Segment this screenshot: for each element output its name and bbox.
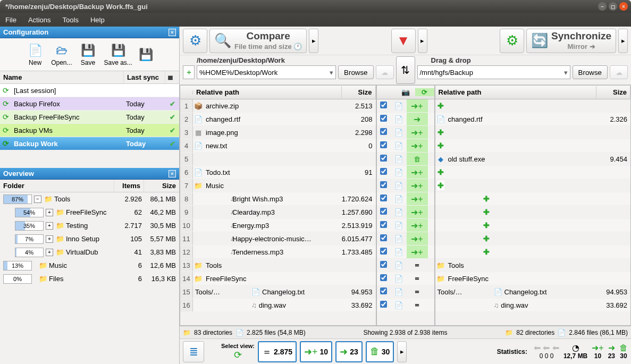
view-list-button[interactable]: ≣ <box>183 341 204 362</box>
left-cloud-button[interactable]: ☁ <box>376 65 394 79</box>
col-items[interactable]: Items <box>114 180 144 192</box>
action-cell[interactable]: ＝ <box>407 259 428 272</box>
open-button[interactable]: 🗁 Open... <box>48 42 75 67</box>
grid-row[interactable]: 8 ♫Bright Wish.mp3 1.720.624 <box>180 192 376 206</box>
grid-row[interactable]: ♫ding.wav33.692 <box>435 299 631 312</box>
filter-dropdown[interactable]: ▸ <box>418 29 427 53</box>
include-checkbox[interactable] <box>377 141 391 150</box>
grid-row[interactable]: ✚ <box>435 246 631 259</box>
include-checkbox[interactable] <box>377 287 391 296</box>
expand-icon[interactable]: + <box>46 235 53 243</box>
grid-row[interactable]: ✚ <box>435 179 631 192</box>
overview-row[interactable]: 35% + 📁 Testing 2.717 30,5 MB <box>0 219 179 232</box>
action-cell[interactable]: ➜+ <box>407 179 428 192</box>
col-status-icon[interactable]: ≣ <box>165 71 179 83</box>
right-cloud-button[interactable]: ☁ <box>610 65 628 79</box>
overview-row[interactable]: 0% 📁 Files 6 16,3 KB <box>0 272 179 285</box>
overview-row[interactable]: 4% + 📁 VirtualDub 41 3,83 MB <box>0 246 179 259</box>
grid-row-mid[interactable]: 📄 ＝ <box>377 259 434 272</box>
include-checkbox[interactable] <box>377 194 391 203</box>
grid-row[interactable]: 15 Tools/…📄Changelog.txt 94.953 <box>180 285 376 299</box>
grid-row[interactable]: 7 📁Music <box>180 179 376 192</box>
grid-row[interactable]: Tools/…📄Changelog.txt94.953 <box>435 285 631 299</box>
left-path-input[interactable]: %HOME%/Desktop/Work ▾ <box>197 65 336 79</box>
action-cell[interactable]: ➜+ <box>407 192 428 205</box>
chevron-down-icon[interactable]: ▾ <box>564 69 568 77</box>
action-cell[interactable]: ➜+ <box>407 166 428 179</box>
view-update-button[interactable]: ➜ 23 <box>335 341 363 362</box>
sync-settings-button[interactable]: ⚙ <box>500 29 524 53</box>
menu-file[interactable]: File <box>3 15 19 25</box>
compare-button[interactable]: 🔍 Compare File time and size 🕐 <box>209 29 307 53</box>
col-lastsync[interactable]: Last sync <box>124 71 165 83</box>
include-checkbox[interactable] <box>377 155 391 163</box>
overview-row[interactable]: 7% + 📁 Inno Setup 105 5,57 MB <box>0 232 179 246</box>
menu-actions[interactable]: Actions <box>26 15 53 25</box>
config-row[interactable]: ⟳ Backup FreeFileSync Today ✔ <box>0 111 179 124</box>
grid-row-mid[interactable]: 📄 ➜+ <box>377 99 434 113</box>
close-button[interactable]: × <box>619 2 628 11</box>
save-button[interactable]: 💾 Save <box>77 42 98 67</box>
compare-dropdown[interactable]: ▸ <box>309 29 318 53</box>
category-header[interactable]: 📷 <box>396 88 415 96</box>
grid-row[interactable]: ✚ <box>435 232 631 246</box>
config-row[interactable]: ⟳ Backup Work Today ✔ <box>0 137 179 150</box>
grid-row[interactable]: ✚ <box>435 99 631 113</box>
swap-sides-button[interactable]: ⇅ <box>396 56 415 84</box>
grid-row-mid[interactable]: 📄 ➜+ <box>377 246 434 259</box>
action-cell[interactable]: ➜+ <box>407 139 428 152</box>
grid-row[interactable]: ✚ <box>435 126 631 139</box>
include-checkbox[interactable] <box>377 115 391 123</box>
add-pair-button[interactable]: ＋ <box>183 65 195 79</box>
view-equal-button[interactable]: ＝ 2.875 <box>258 341 297 362</box>
menu-tools[interactable]: Tools <box>61 15 81 25</box>
include-checkbox[interactable] <box>377 208 391 216</box>
grid-row-mid[interactable]: 📄 ＝ <box>377 285 434 299</box>
grid-row-mid[interactable]: 📄 ➜+ <box>377 139 434 153</box>
include-checkbox[interactable] <box>377 234 391 243</box>
grid-row[interactable]: ✚ <box>435 219 631 232</box>
left-grid-body[interactable]: 1 📦archive.zip 2.5132 📄changed.rtf 2083 … <box>180 99 376 325</box>
include-checkbox[interactable] <box>377 248 391 256</box>
action-cell[interactable]: ➜+ <box>407 99 428 112</box>
chevron-down-icon[interactable]: ▾ <box>330 69 333 77</box>
close-panel-icon[interactable]: × <box>169 29 176 36</box>
expand-icon[interactable]: + <box>46 222 53 230</box>
action-cell[interactable]: ➜ <box>407 113 428 125</box>
grid-row-mid[interactable]: 📄 ➜+ <box>377 126 434 139</box>
grid-row[interactable]: 5 <box>180 153 376 166</box>
filter-button[interactable]: ▼ <box>391 29 416 53</box>
action-cell[interactable]: ＝ <box>407 285 428 298</box>
grid-row-mid[interactable]: 📄 ➜+ <box>377 206 434 219</box>
grid-row-mid[interactable]: 📄 ➜+ <box>377 179 434 192</box>
grid-row[interactable]: 10 ♫Energy.mp3 2.513.919 <box>180 219 376 232</box>
col-name[interactable]: Name <box>0 71 124 83</box>
action-cell[interactable]: ＝ <box>407 272 428 285</box>
grid-row[interactable]: 16 ♫ding.wav 33.692 <box>180 299 376 312</box>
sync-toggle-icon[interactable]: ⟳ <box>234 349 242 361</box>
grid-row[interactable]: ◆old stuff.exe9.454 <box>435 153 631 166</box>
grid-row-mid[interactable]: 📄 ➜+ <box>377 232 434 246</box>
expand-icon[interactable]: + <box>46 249 53 256</box>
grid-row[interactable]: ✚ <box>435 206 631 219</box>
left-browse-button[interactable]: Browse <box>338 65 373 79</box>
action-cell[interactable]: ➜+ <box>407 206 428 218</box>
grid-row-mid[interactable]: 📄 ➜+ <box>377 219 434 232</box>
view-create-button[interactable]: ➜+ 10 <box>300 341 332 362</box>
overview-row[interactable]: 54% + 📁 FreeFileSync 62 46,2 MB <box>0 206 179 219</box>
grid-row-mid[interactable]: 📄 ➜ <box>377 113 434 126</box>
include-checkbox[interactable] <box>377 274 391 283</box>
grid-row[interactable]: 4 📄new.txt 0 <box>180 139 376 153</box>
grid-row[interactable]: 2 📄changed.rtf 208 <box>180 113 376 126</box>
right-browse-button[interactable]: Browse <box>573 65 608 79</box>
relpath-header[interactable]: Relative path <box>193 86 342 98</box>
new-button[interactable]: 📄 New <box>24 42 46 67</box>
grid-row[interactable]: 📄changed.rtf2.326 <box>435 113 631 126</box>
include-checkbox[interactable] <box>377 128 391 137</box>
grid-row-mid[interactable]: 📄 ➜+ <box>377 166 434 179</box>
grid-row-mid[interactable]: 📄 ＝ <box>377 299 434 312</box>
grid-row[interactable]: 3 ▦image.png 2.298 <box>180 126 376 139</box>
grid-row[interactable]: ✚ <box>435 139 631 153</box>
action-cell[interactable]: ➜+ <box>407 246 428 258</box>
right-grid-body[interactable]: ✚📄changed.rtf2.326✚✚◆old stuff.exe9.454✚… <box>435 99 631 325</box>
